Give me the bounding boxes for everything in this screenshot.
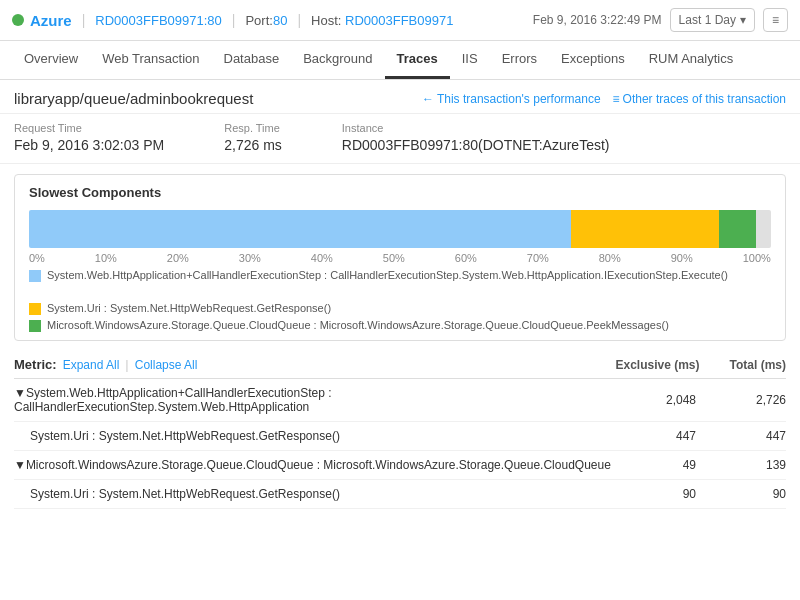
exclusive-val-3: 90: [636, 487, 696, 501]
nav-web-transaction[interactable]: Web Transaction: [90, 41, 211, 79]
legend-item-blue: System.Web.HttpApplication+CallHandlerEx…: [29, 269, 771, 282]
datetime: Feb 9, 2016 3:22:49 PM: [533, 13, 662, 27]
chart-axis: 0% 10% 20% 30% 40% 50% 60% 70% 80% 90% 1…: [29, 250, 771, 266]
rd-id: RD0003FFB09971:80: [95, 13, 221, 28]
separator3: |: [297, 12, 301, 28]
time-range-label: Last 1 Day: [679, 13, 736, 27]
legend-item-green: Microsoft.WindowsAzure.Storage.Queue.Clo…: [29, 319, 771, 332]
total-header: Total (ms): [730, 358, 786, 372]
nav-overview[interactable]: Overview: [12, 41, 90, 79]
nav-database[interactable]: Database: [212, 41, 292, 79]
metric-name-0: ▼System.Web.HttpApplication+CallHandlerE…: [14, 386, 626, 414]
expand-all-link[interactable]: Expand All: [63, 358, 120, 372]
other-traces-link[interactable]: ≡ Other traces of this transaction: [613, 92, 786, 106]
metric-values-0: 2,048 2,726: [626, 393, 786, 407]
metrics-section: Metric: Expand All | Collapse All Exclus…: [14, 351, 786, 509]
hamburger-icon: ≡: [772, 13, 779, 27]
port-info: Port:80: [245, 13, 287, 28]
nav-iis[interactable]: IIS: [450, 41, 490, 79]
performance-link[interactable]: ← This transaction's performance: [422, 92, 601, 106]
exclusive-val-2: 49: [636, 458, 696, 472]
metrics-header: Metric: Expand All | Collapse All Exclus…: [14, 351, 786, 379]
table-row: System.Uri : System.Net.HttpWebRequest.G…: [14, 480, 786, 509]
bar-empty: [756, 210, 771, 248]
bar-icon: ≡: [613, 92, 620, 106]
metric-values-3: 90 90: [626, 487, 786, 501]
nav-bar: Overview Web Transaction Database Backgr…: [0, 41, 800, 80]
transaction-links: ← This transaction's performance ≡ Other…: [422, 92, 786, 106]
legend-text-yellow: System.Uri : System.Net.HttpWebRequest.G…: [47, 302, 331, 314]
metric-values-1: 447 447: [626, 429, 786, 443]
table-row: ▼Microsoft.WindowsAzure.Storage.Queue.Cl…: [14, 451, 786, 480]
metric-values-2: 49 139: [626, 458, 786, 472]
separator2: |: [232, 12, 236, 28]
metrics-label: Metric:: [14, 357, 57, 372]
table-row: ▼System.Web.HttpApplication+CallHandlerE…: [14, 379, 786, 422]
nav-exceptions[interactable]: Exceptions: [549, 41, 637, 79]
legend-dot-yellow: [29, 303, 41, 315]
metrics-header-left: Metric: Expand All | Collapse All: [14, 357, 197, 372]
total-val-1: 447: [726, 429, 786, 443]
metrics-header-right: Exclusive (ms) Total (ms): [616, 358, 787, 372]
collapse-all-link[interactable]: Collapse All: [135, 358, 198, 372]
chart-legend: System.Web.HttpApplication+CallHandlerEx…: [29, 269, 771, 332]
chevron-down-icon: ▾: [740, 13, 746, 27]
status-dot: [12, 14, 24, 26]
exclusive-val-0: 2,048: [636, 393, 696, 407]
time-range-dropdown[interactable]: Last 1 Day ▾: [670, 8, 755, 32]
nav-errors[interactable]: Errors: [490, 41, 549, 79]
exclusive-header: Exclusive (ms): [616, 358, 700, 372]
chart-bar: [29, 210, 771, 248]
bar-green: [719, 210, 756, 248]
instance-label: Instance: [342, 122, 610, 134]
transaction-bar: libraryapp/queue/adminbookrequest ← This…: [0, 80, 800, 114]
total-val-3: 90: [726, 487, 786, 501]
top-bar-right: Feb 9, 2016 3:22:49 PM Last 1 Day ▾ ≡: [533, 8, 788, 32]
chart-title: Slowest Components: [29, 185, 771, 200]
meta-info: Request Time Feb 9, 2016 3:02:03 PM Resp…: [0, 114, 800, 164]
app-name: Azure: [30, 12, 72, 29]
instance-meta: Instance RD0003FFB09971:80(DOTNET:AzureT…: [342, 122, 610, 153]
exclusive-val-1: 447: [636, 429, 696, 443]
nav-rum-analytics[interactable]: RUM Analytics: [637, 41, 746, 79]
total-val-0: 2,726: [726, 393, 786, 407]
total-val-2: 139: [726, 458, 786, 472]
separator1: |: [82, 12, 86, 28]
nav-background[interactable]: Background: [291, 41, 384, 79]
legend-text-blue: System.Web.HttpApplication+CallHandlerEx…: [47, 269, 728, 281]
metrics-divider: |: [125, 357, 128, 372]
legend-col-right: System.Uri : System.Net.HttpWebRequest.G…: [29, 302, 771, 332]
host-info: Host: RD0003FFB09971: [311, 13, 453, 28]
menu-button[interactable]: ≡: [763, 8, 788, 32]
top-bar: Azure | RD0003FFB09971:80 | Port:80 | Ho…: [0, 0, 800, 41]
request-time-label: Request Time: [14, 122, 164, 134]
chart-container: 0% 10% 20% 30% 40% 50% 60% 70% 80% 90% 1…: [29, 210, 771, 265]
request-time-value: Feb 9, 2016 3:02:03 PM: [14, 137, 164, 153]
instance-value: RD0003FFB09971:80(DOTNET:AzureTest): [342, 137, 610, 153]
request-time-meta: Request Time Feb 9, 2016 3:02:03 PM: [14, 122, 164, 153]
slowest-components-chart: Slowest Components 0% 10% 20% 30% 40% 50…: [14, 174, 786, 341]
arrow-icon: ←: [422, 92, 434, 106]
resp-time-meta: Resp. Time 2,726 ms: [224, 122, 282, 153]
bar-blue: [29, 210, 571, 248]
legend-col-left: System.Web.HttpApplication+CallHandlerEx…: [29, 269, 771, 282]
metric-name-1: System.Uri : System.Net.HttpWebRequest.G…: [30, 429, 626, 443]
table-row: System.Uri : System.Net.HttpWebRequest.G…: [14, 422, 786, 451]
metric-name-2: ▼Microsoft.WindowsAzure.Storage.Queue.Cl…: [14, 458, 626, 472]
app-identity: Azure | RD0003FFB09971:80 | Port:80 | Ho…: [12, 12, 453, 29]
legend-item-yellow: System.Uri : System.Net.HttpWebRequest.G…: [29, 302, 771, 315]
nav-traces[interactable]: Traces: [385, 41, 450, 79]
transaction-name: libraryapp/queue/adminbookrequest: [14, 90, 253, 107]
resp-time-value: 2,726 ms: [224, 137, 282, 153]
bar-yellow: [571, 210, 719, 248]
legend-dot-green: [29, 320, 41, 332]
legend-text-green: Microsoft.WindowsAzure.Storage.Queue.Clo…: [47, 319, 669, 331]
resp-time-label: Resp. Time: [224, 122, 282, 134]
metric-name-3: System.Uri : System.Net.HttpWebRequest.G…: [30, 487, 626, 501]
legend-dot-blue: [29, 270, 41, 282]
